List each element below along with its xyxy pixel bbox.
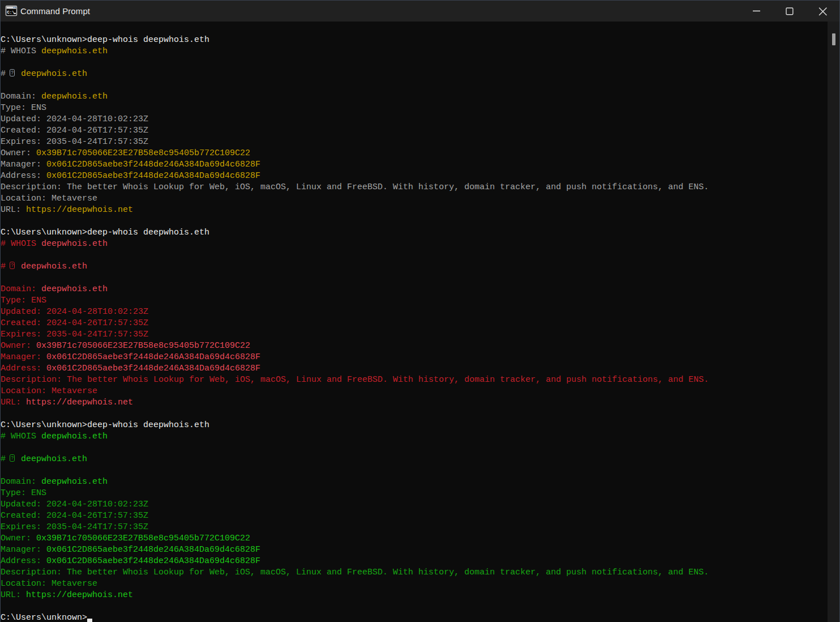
svg-text:C:\: C:\ [7,10,15,15]
